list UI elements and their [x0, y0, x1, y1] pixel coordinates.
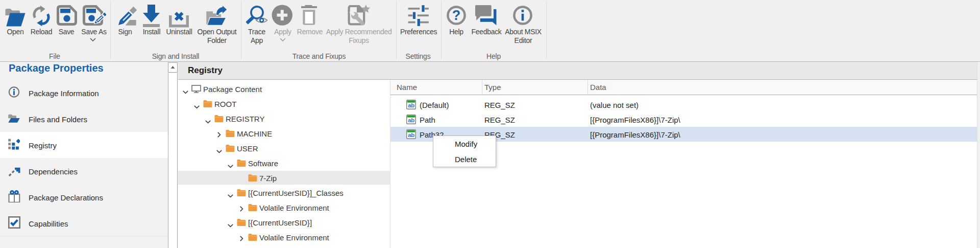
svg-text:ab: ab [408, 102, 414, 108]
svg-text:?: ? [452, 8, 461, 23]
svg-text:ab: ab [408, 117, 414, 123]
svg-text:ab: ab [408, 132, 414, 138]
